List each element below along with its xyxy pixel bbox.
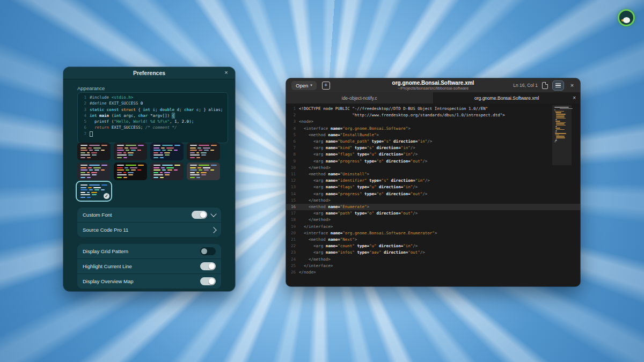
style-scheme-4[interactable] xyxy=(187,143,220,160)
code-line-6[interactable]: 6 <arg name="bundle_path" type="s" direc… xyxy=(286,138,580,145)
highlight-line-toggle[interactable] xyxy=(200,262,216,270)
editor-title-block: org.gnome.Bonsai.Software.xml ~/Projects… xyxy=(392,80,474,91)
custom-font-label: Custom Font xyxy=(83,212,187,218)
style-scheme-1[interactable] xyxy=(77,143,111,160)
highlight-line-row[interactable]: Highlight Current Line xyxy=(77,258,221,274)
selected-check-icon: ✓ xyxy=(104,193,109,199)
code-line-22[interactable]: 22 <arg name="count" type="u" direction=… xyxy=(286,243,580,249)
grid-pattern-label: Display Grid Pattern xyxy=(83,248,196,254)
badge-glyph xyxy=(623,17,630,23)
code-line-21[interactable]: 21 <method name="Next"> xyxy=(286,237,580,243)
highlight-line-label: Highlight Current Line xyxy=(83,263,196,269)
tab-label: ide-object-notify.c xyxy=(342,95,377,101)
preferences-headerbar: Preferences × xyxy=(63,67,235,79)
code-line-14[interactable]: 14 <arg name="progress" type="o" directi… xyxy=(286,191,580,197)
code-line-18[interactable]: 18 </method> xyxy=(286,217,580,223)
code-line-13[interactable]: 13 <arg name="flags" type="u" direction=… xyxy=(286,184,580,190)
overview-map-row[interactable]: Display Overview Map xyxy=(77,274,221,289)
style-preview-code: 1#include <stdio.h>2#define EXIT_SUCCESS… xyxy=(78,94,228,137)
overview-map-toggle[interactable] xyxy=(200,277,216,285)
code-line-1[interactable]: 1<!DOCTYPE node PUBLIC "-//freedesktop//… xyxy=(286,106,580,112)
cursor-position-label: Ln 16, Col 1 xyxy=(513,83,538,88)
display-settings-card: Display Grid Pattern Highlight Current L… xyxy=(77,244,221,289)
caret-down-icon: ▾ xyxy=(310,83,312,87)
tab-bonsai-software-xml[interactable]: org.gnome.Bonsai.Software.xml × xyxy=(434,92,581,104)
corner-app-badge[interactable] xyxy=(618,9,635,26)
chevron-right-icon xyxy=(210,227,216,233)
code-line-8[interactable]: 8 <arg name="flags" type="u" direction="… xyxy=(286,151,580,158)
code-line-15[interactable]: 15 </method> xyxy=(286,197,580,204)
custom-font-toggle[interactable] xyxy=(192,211,207,219)
code-line-25[interactable]: 25 </interface> xyxy=(286,263,580,269)
code-line-12[interactable]: 12 <arg name="identifier" type="s" direc… xyxy=(286,178,580,184)
code-line-23[interactable]: 23 <arg name="infos" type="aav" directio… xyxy=(286,249,580,256)
font-name-label: Source Code Pro 11 xyxy=(83,227,207,233)
code-line-19[interactable]: 19 </interface> xyxy=(286,224,580,230)
grid-pattern-row[interactable]: Display Grid Pattern xyxy=(77,244,221,258)
preferences-window: Preferences × Appearance 1#include <stdi… xyxy=(63,67,235,291)
tab-label: org.gnome.Bonsai.Software.xml xyxy=(474,95,539,101)
style-scheme-9[interactable]: ✓ xyxy=(77,182,111,200)
code-line-20[interactable]: 20 <interface name="org.gnome.Bonsai.Sof… xyxy=(286,230,580,237)
close-icon[interactable]: × xyxy=(568,82,576,88)
tab-ide-object-notify[interactable]: ide-object-notify.c xyxy=(286,92,434,104)
code-line-26[interactable]: 26</node> xyxy=(286,269,580,276)
appearance-section-label: Appearance xyxy=(77,85,105,91)
open-button[interactable]: Open ▾ xyxy=(291,81,317,90)
chevron-down-icon xyxy=(210,211,216,217)
code-line-2[interactable]: 2 "http://www.freedesktop.org/standards/… xyxy=(286,112,580,119)
code-line-5[interactable]: 5 <method name="InstallBundle"> xyxy=(286,132,580,138)
code-line-10[interactable]: 10 </method> xyxy=(286,165,580,171)
style-scheme-5[interactable] xyxy=(77,162,111,180)
open-button-label: Open xyxy=(296,83,308,88)
style-scheme-2[interactable] xyxy=(114,143,147,160)
code-line-4[interactable]: 4 <interface name="org.gnome.Bonsai.Soft… xyxy=(286,125,580,132)
overview-map[interactable] xyxy=(552,105,572,165)
code-line-16[interactable]: 16 <method name="Enumerate"> xyxy=(286,204,580,210)
code-line-7[interactable]: 7 <arg name="kind" type="s" direction="i… xyxy=(286,145,580,151)
close-icon[interactable]: × xyxy=(222,69,230,77)
style-scheme-6[interactable] xyxy=(114,162,147,180)
grid-pattern-toggle[interactable] xyxy=(200,247,216,255)
editor-headerbar: Open ▾ + org.gnome.Bonsai.Software.xml ~… xyxy=(286,78,580,92)
code-line-24[interactable]: 24 </method> xyxy=(286,256,580,263)
minimap-lines xyxy=(554,107,569,142)
code-line-17[interactable]: 17 <arg name="path" type="o" direction="… xyxy=(286,210,580,217)
style-preview: 1#include <stdio.h>2#define EXIT_SUCCESS… xyxy=(77,92,228,143)
scheme-grid: ✓ xyxy=(77,143,222,200)
style-scheme-3[interactable] xyxy=(150,143,184,160)
custom-font-row[interactable]: Custom Font xyxy=(77,208,221,222)
editor-code[interactable]: 1<!DOCTYPE node PUBLIC "-//freedesktop//… xyxy=(286,104,580,286)
editor-title: org.gnome.Bonsai.Software.xml xyxy=(392,80,474,86)
editor-subtitle: ~/Projects/bonsai/src/libbonsai-software xyxy=(392,86,474,91)
document-modified-icon[interactable] xyxy=(542,82,548,89)
code-line-11[interactable]: 11 <method name="Uninstall"> xyxy=(286,171,580,178)
style-scheme-8[interactable] xyxy=(187,162,220,180)
font-settings-card: Custom Font Source Code Pro 11 xyxy=(77,208,221,237)
editor-window: Open ▾ + org.gnome.Bonsai.Software.xml ~… xyxy=(286,78,580,286)
code-line-9[interactable]: 9 <arg name="progress" type="o" directio… xyxy=(286,158,580,165)
code-line-3[interactable]: 3<node> xyxy=(286,119,580,125)
tab-close-icon[interactable]: × xyxy=(573,95,576,101)
tab-bar: ide-object-notify.c org.gnome.Bonsai.Sof… xyxy=(286,92,580,104)
overview-map-label: Display Overview Map xyxy=(83,278,196,284)
font-name-row[interactable]: Source Code Pro 11 xyxy=(77,222,221,237)
menu-icon[interactable] xyxy=(552,80,564,91)
preferences-title: Preferences xyxy=(133,70,165,76)
new-tab-button[interactable]: + xyxy=(322,82,330,90)
style-scheme-7[interactable] xyxy=(150,162,184,180)
